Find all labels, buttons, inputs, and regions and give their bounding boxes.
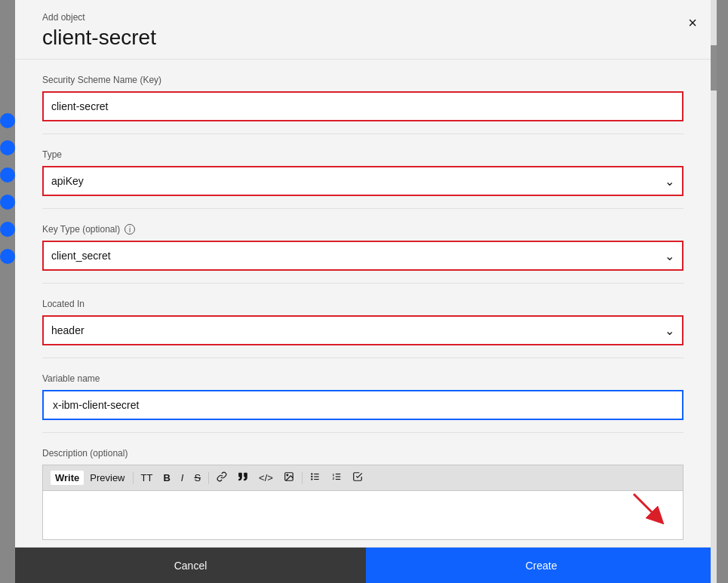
toolbar-separator-3 (302, 472, 303, 484)
add-object-modal: Add object client-secret × Security Sche… (15, 0, 717, 583)
task-list-button[interactable] (348, 470, 367, 486)
preview-tab-button[interactable]: Preview (85, 471, 129, 485)
type-label: Type (42, 149, 683, 160)
bold-button[interactable]: B (158, 471, 174, 485)
quote-button[interactable] (233, 470, 253, 486)
key-type-select[interactable]: client_secret client_id (42, 241, 683, 271)
description-label: Description (optional) (42, 448, 683, 459)
key-type-section: Key Type (optional) i client_secret clie… (42, 209, 683, 284)
variable-name-input[interactable] (42, 390, 683, 420)
sidebar-dot-4 (0, 195, 15, 210)
key-type-info-icon[interactable]: i (124, 224, 135, 235)
sidebar-dot-1 (0, 113, 15, 128)
located-in-select[interactable]: header query cookie (42, 315, 683, 345)
close-button[interactable]: × (680, 11, 705, 35)
description-textarea[interactable] (42, 490, 683, 540)
write-tab-button[interactable]: Write (51, 471, 84, 485)
security-scheme-label: Security Scheme Name (Key) (42, 75, 683, 85)
sidebar-dot-2 (0, 140, 15, 155)
key-type-select-wrapper: client_secret client_id ⌄ (42, 241, 683, 271)
bullet-list-button[interactable] (306, 470, 325, 486)
key-type-label: Key Type (optional) i (42, 224, 683, 235)
editor-toolbar: Write Preview TT B I S </> (42, 465, 683, 490)
type-select[interactable]: apiKey http oauth2 openIdConnect (42, 166, 683, 196)
variable-name-label: Variable name (42, 373, 683, 384)
modal-body: Security Scheme Name (Key) Type apiKey h… (15, 60, 717, 547)
variable-name-section: Variable name (42, 358, 683, 433)
located-in-select-wrapper: header query cookie ⌄ (42, 315, 683, 345)
located-in-section: Located In header query cookie ⌄ (42, 284, 683, 358)
create-button[interactable]: Create (366, 548, 717, 583)
modal-header: Add object client-secret × (15, 0, 717, 60)
toolbar-separator-1 (133, 472, 134, 484)
code-button[interactable]: </> (254, 471, 278, 485)
sidebar-dot-5 (0, 222, 15, 237)
description-section: Description (optional) Write Preview TT … (42, 433, 683, 543)
sidebar-dot-3 (0, 167, 15, 183)
type-select-wrapper: apiKey http oauth2 openIdConnect ⌄ (42, 166, 683, 196)
modal-subtitle: Add object (42, 12, 702, 23)
modal-title: client-secret (42, 26, 702, 50)
type-section: Type apiKey http oauth2 openIdConnect ⌄ (42, 134, 683, 209)
italic-button[interactable]: I (177, 471, 189, 485)
modal-footer: Cancel Create (15, 547, 717, 583)
numbered-list-button[interactable] (327, 470, 346, 486)
image-button[interactable] (279, 470, 299, 486)
cancel-button[interactable]: Cancel (15, 548, 366, 583)
scrollbar-track[interactable] (711, 0, 717, 583)
scrollbar-thumb[interactable] (711, 45, 717, 91)
tt-button[interactable]: TT (137, 471, 158, 485)
located-in-label: Located In (42, 299, 683, 309)
svg-point-6 (312, 476, 312, 477)
toolbar-separator-2 (208, 472, 209, 484)
security-scheme-section: Security Scheme Name (Key) (42, 60, 683, 134)
svg-point-7 (312, 479, 312, 480)
strikethrough-button[interactable]: S (189, 471, 205, 485)
security-scheme-name-input[interactable] (42, 91, 683, 121)
sidebar-dot-6 (0, 249, 15, 264)
svg-point-1 (287, 474, 288, 476)
svg-point-5 (312, 474, 312, 474)
link-button[interactable] (212, 470, 232, 486)
